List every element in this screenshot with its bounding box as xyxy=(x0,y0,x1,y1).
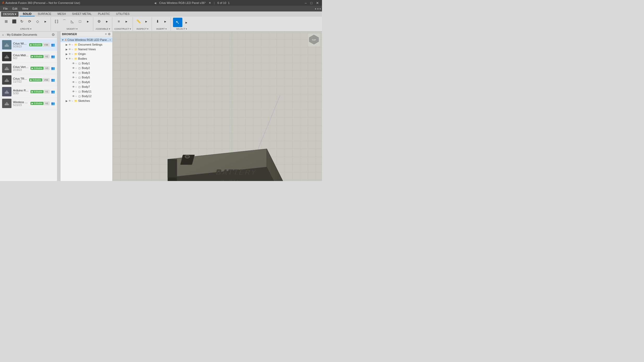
root-close-icon[interactable]: ✕ xyxy=(109,39,111,41)
editable-badge-1[interactable]: ▶ Editable xyxy=(30,55,44,58)
vis-icon-4[interactable]: ○ xyxy=(75,62,77,65)
eye-icon-11[interactable]: 👁 xyxy=(72,95,75,98)
menu-edit[interactable]: Edit xyxy=(10,7,20,11)
insert-label[interactable]: INSERT ▾ xyxy=(156,28,167,30)
tab-plastic[interactable]: PLASTIC xyxy=(95,12,113,16)
vis-icon-1[interactable]: ○ xyxy=(72,48,73,51)
browser-item-0[interactable]: ▶ 👁○ 📁 Document Settings xyxy=(60,42,112,47)
vis-icon-11[interactable]: ○ xyxy=(75,95,77,98)
tool-insert[interactable]: ⬇ xyxy=(154,18,161,25)
browser-item-1[interactable]: ▶ 👁○ 📁 Named Views xyxy=(60,47,112,52)
vis-icon-7[interactable]: ○ xyxy=(75,76,77,79)
vis-icon-5[interactable]: ○ xyxy=(75,67,77,70)
tool-press-pull[interactable]: ⟦⟧ xyxy=(53,18,60,25)
expand-0[interactable]: ▶ xyxy=(65,43,68,46)
browser-settings-icon[interactable]: ⚙ xyxy=(108,32,111,36)
vis-icon-2[interactable]: ○ xyxy=(72,53,73,55)
editable-badge-4[interactable]: ▶ Editable xyxy=(30,90,44,93)
home-icon[interactable]: ⌂ xyxy=(2,33,4,36)
eye-icon-2[interactable]: 👁 xyxy=(69,53,71,55)
tab-utilities[interactable]: UTILITIES xyxy=(113,12,133,16)
eye-icon-5[interactable]: 👁 xyxy=(72,67,75,70)
browser-item-12[interactable]: ▶ 👁○ 📁 Sketches xyxy=(60,98,112,103)
tool-extrude[interactable]: ⬛ xyxy=(10,18,18,25)
tab-solid[interactable]: SOLID xyxy=(20,12,35,16)
tool-revolve[interactable]: ↻ xyxy=(18,18,26,25)
expand-1[interactable]: ▶ xyxy=(65,48,68,51)
browser-item-6[interactable]: 👁○ ◻ Body3 xyxy=(60,70,112,75)
tab-surface[interactable]: SURFACE xyxy=(35,12,54,16)
root-expand[interactable]: ▼ xyxy=(61,39,64,41)
browser-item-9[interactable]: 👁○ ◻ Body7 xyxy=(60,84,112,89)
inspect-label[interactable]: INSPECT ▾ xyxy=(137,28,148,30)
vis-icon-9[interactable]: ○ xyxy=(75,85,77,88)
file-item-0[interactable]: Crius Wireless RGB LED Panel5/28/23▶ Edi… xyxy=(0,39,57,51)
expand-2[interactable]: ▶ xyxy=(65,53,68,55)
browser-item-5[interactable]: 👁○ ◻ Body2 xyxy=(60,66,112,70)
settings-icon[interactable]: ⚙ xyxy=(52,33,55,37)
tool-joint[interactable]: ⚙ xyxy=(95,18,103,25)
create-label[interactable]: CREATE ▾ xyxy=(20,28,31,30)
expand-3[interactable]: ▼ xyxy=(65,57,68,60)
modify-label[interactable]: MODIFY ▾ xyxy=(67,28,78,30)
eye-icon-4[interactable]: 👁 xyxy=(72,62,75,65)
tool-inspect-more[interactable]: ▸ xyxy=(143,18,150,25)
maximize-button[interactable]: □ xyxy=(309,1,313,5)
browser-item-3[interactable]: ▼ 👁○ 📁 Bodies xyxy=(60,56,112,61)
vis-icon-3[interactable]: ○ xyxy=(72,57,73,60)
vis-icon-8[interactable]: ○ xyxy=(75,81,77,84)
tab-close[interactable]: ✕ xyxy=(209,1,211,4)
browser-item-10[interactable]: 👁○ ◻ Body11 xyxy=(60,89,112,94)
browser-item-7[interactable]: 👁○ ◻ Body5 xyxy=(60,75,112,80)
vis-icon-6[interactable]: ○ xyxy=(75,71,77,74)
eye-icon-1[interactable]: 👁 xyxy=(69,48,71,51)
tool-insert-more[interactable]: ▸ xyxy=(162,18,169,25)
tab-mesh[interactable]: MESH xyxy=(54,12,69,16)
minimize-button[interactable]: – xyxy=(304,1,308,5)
assemble-label[interactable]: ASSEMBLE ▾ xyxy=(96,28,110,30)
viewport[interactable]: BATTERY 3.7V TOP xyxy=(113,32,322,181)
vis-icon-10[interactable]: ○ xyxy=(75,90,77,93)
select-label[interactable]: SELECT ▾ xyxy=(176,28,187,30)
tool-new-component[interactable]: ⊞ xyxy=(3,18,10,25)
editable-badge-5[interactable]: ▶ Editable xyxy=(30,102,44,105)
tab-sheet-metal[interactable]: SHEET METAL xyxy=(69,12,95,16)
file-item-4[interactable]: Arduino Resistor tester CASE5/30/▶ Edita… xyxy=(0,86,57,98)
browser-item-8[interactable]: 👁○ ◻ Body6 xyxy=(60,80,112,84)
menu-file[interactable]: File xyxy=(1,7,10,11)
eye-icon-3[interactable]: 👁 xyxy=(69,57,71,60)
tool-measure[interactable]: 📏 xyxy=(135,18,142,25)
design-dropdown[interactable]: DESIGN ▾ xyxy=(1,12,18,17)
eye-icon-8[interactable]: 👁 xyxy=(72,81,75,84)
tool-sweep[interactable]: ⟳ xyxy=(26,18,33,25)
tool-assemble-more[interactable]: ▸ xyxy=(103,18,110,25)
tool-chamfer[interactable]: ◺ xyxy=(69,18,76,25)
browser-root-item[interactable]: ▼ A Crius Wireless RGB LED Pane... ✕ xyxy=(60,38,112,42)
editable-badge-0[interactable]: ▶ Editable xyxy=(29,43,42,46)
construct-label[interactable]: CONSTRUCT ▾ xyxy=(114,28,131,30)
file-item-5[interactable]: Wireless Speakers Case5/22/23▶ EditableV… xyxy=(0,98,57,109)
menu-view[interactable]: View xyxy=(20,7,30,11)
vis-icon-0[interactable]: ○ xyxy=(72,43,73,46)
editable-badge-3[interactable]: ▶ Editable xyxy=(29,78,42,82)
eye-icon-10[interactable]: 👁 xyxy=(72,90,75,93)
tool-more-modify[interactable]: ▸ xyxy=(84,18,91,25)
tool-select-more[interactable]: ▸ xyxy=(183,19,190,26)
vis-icon-12[interactable]: ○ xyxy=(72,99,73,102)
tool-offset-plane[interactable]: ≡ xyxy=(115,18,122,25)
tool-shell[interactable]: □ xyxy=(76,18,84,25)
file-item-3[interactable]: Crius TRX Control v1.011/7/22▶ EditableV… xyxy=(0,74,57,86)
browser-item-11[interactable]: 👁○ ◻ Body12 xyxy=(60,94,112,98)
file-item-2[interactable]: Crius Vertical Infinity - MIDI Controlle… xyxy=(0,63,57,74)
close-button[interactable]: ✕ xyxy=(315,1,320,5)
browser-expand-icon[interactable]: + xyxy=(105,32,107,36)
splitter-left[interactable]: ◀ xyxy=(57,32,60,181)
eye-icon-6[interactable]: 👁 xyxy=(72,71,75,74)
expand-12[interactable]: ▶ xyxy=(65,99,68,102)
eye-icon-12[interactable]: 👁 xyxy=(69,99,71,102)
tool-construct-more[interactable]: ▸ xyxy=(123,18,130,25)
eye-icon-9[interactable]: 👁 xyxy=(72,85,75,88)
tool-more-create[interactable]: ▸ xyxy=(42,18,49,25)
browser-item-2[interactable]: ▶ 👁○ 📁 Origin xyxy=(60,52,112,56)
eye-icon-7[interactable]: 👁 xyxy=(72,76,75,79)
